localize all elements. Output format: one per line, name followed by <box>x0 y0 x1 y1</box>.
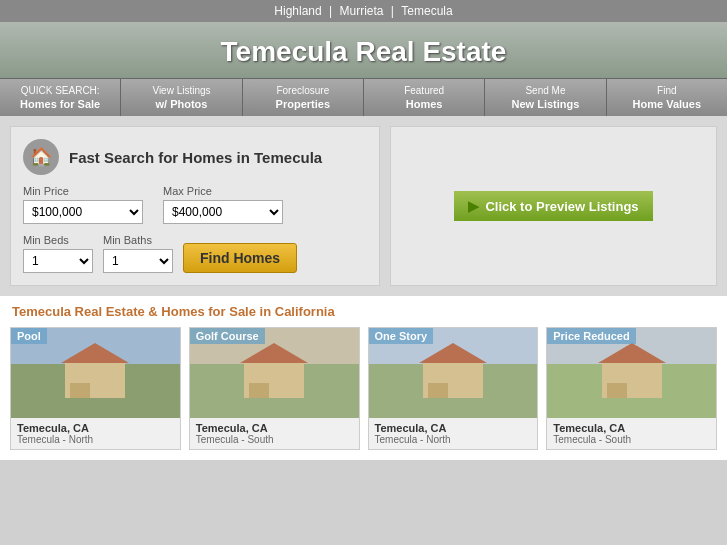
tab-foreclosure-top: Foreclosure <box>247 84 359 97</box>
house-roof-3 <box>598 343 666 363</box>
tab-view-listings[interactable]: View Listings w/ Photos <box>121 79 242 116</box>
preview-panel: Click to Preview Listings <box>390 126 717 286</box>
beds-baths-fields: Min Beds 1 2 3 4 Min Baths 1 2 3 4 Find … <box>23 234 367 273</box>
tab-quick-search-bottom: Homes for Sale <box>4 97 116 111</box>
tab-featured-bottom: Homes <box>368 97 480 111</box>
main-content: 🏠 Fast Search for Homes in Temecula Min … <box>0 116 727 296</box>
card-info-1: Temecula, CA Temecula - South <box>190 418 359 449</box>
nav-separator-2: | <box>391 4 397 18</box>
tab-send-me[interactable]: Send Me New Listings <box>485 79 606 116</box>
house-body-3 <box>602 363 662 398</box>
card-info-2: Temecula, CA Temecula - North <box>369 418 538 449</box>
top-navigation: Highland | Murrieta | Temecula <box>0 0 727 22</box>
listings-grid: Pool Temecula, CA Temecula - North Golf … <box>10 327 717 450</box>
price-fields: Min Price $50,000 $100,000 $150,000 $200… <box>23 185 367 224</box>
house-shape-1 <box>240 343 308 398</box>
card-city-3: Temecula, CA <box>553 422 710 434</box>
listings-title: Temecula Real Estate & Homes for Sale in… <box>10 304 717 319</box>
tab-view-listings-bottom: w/ Photos <box>125 97 237 111</box>
tab-find-values[interactable]: Find Home Values <box>607 79 727 116</box>
card-image-wrapper-2: One Story <box>369 328 538 418</box>
tab-quick-search[interactable]: QUICK SEARCH: Homes for Sale <box>0 79 121 116</box>
card-badge-0: Pool <box>11 328 47 344</box>
house-garage-2 <box>428 383 448 398</box>
listing-card-2[interactable]: One Story Temecula, CA Temecula - North <box>368 327 539 450</box>
max-price-select[interactable]: $200,000 $300,000 $400,000 $500,000 <box>163 200 283 224</box>
card-region-1: Temecula - South <box>196 434 353 445</box>
house-shape-0 <box>61 343 129 398</box>
card-region-0: Temecula - North <box>17 434 174 445</box>
nav-separator-1: | <box>329 4 335 18</box>
min-beds-select[interactable]: 1 2 3 4 <box>23 249 93 273</box>
card-info-3: Temecula, CA Temecula - South <box>547 418 716 449</box>
site-header: Temecula Real Estate <box>0 22 727 78</box>
house-body-2 <box>423 363 483 398</box>
listing-card-3[interactable]: Price Reduced Temecula, CA Temecula - So… <box>546 327 717 450</box>
card-city-1: Temecula, CA <box>196 422 353 434</box>
house-garage-3 <box>607 383 627 398</box>
main-navigation: QUICK SEARCH: Homes for Sale View Listin… <box>0 78 727 116</box>
house-roof-1 <box>240 343 308 363</box>
find-homes-button[interactable]: Find Homes <box>183 243 297 273</box>
search-header: 🏠 Fast Search for Homes in Temecula <box>23 139 367 175</box>
tab-featured[interactable]: Featured Homes <box>364 79 485 116</box>
min-baths-group: Min Baths 1 2 3 4 <box>103 234 173 273</box>
min-beds-group: Min Beds 1 2 3 4 <box>23 234 93 273</box>
card-region-3: Temecula - South <box>553 434 710 445</box>
min-price-group: Min Price $50,000 $100,000 $150,000 $200… <box>23 185 143 224</box>
tab-send-me-bottom: New Listings <box>489 97 601 111</box>
card-image-wrapper-0: Pool <box>11 328 180 418</box>
card-badge-2: One Story <box>369 328 434 344</box>
max-price-label: Max Price <box>163 185 283 197</box>
house-shape-2 <box>419 343 487 398</box>
card-badge-1: Golf Course <box>190 328 265 344</box>
tab-view-listings-top: View Listings <box>125 84 237 97</box>
card-badge-3: Price Reduced <box>547 328 635 344</box>
card-city-0: Temecula, CA <box>17 422 174 434</box>
tab-foreclosure-bottom: Properties <box>247 97 359 111</box>
search-icon: 🏠 <box>23 139 59 175</box>
card-image-wrapper-3: Price Reduced <box>547 328 716 418</box>
listings-section: Temecula Real Estate & Homes for Sale in… <box>0 296 727 460</box>
site-title: Temecula Real Estate <box>0 36 727 68</box>
nav-link-temecula[interactable]: Temecula <box>401 4 452 18</box>
house-body-1 <box>244 363 304 398</box>
card-city-2: Temecula, CA <box>375 422 532 434</box>
min-price-label: Min Price <box>23 185 143 197</box>
tab-quick-search-top: QUICK SEARCH: <box>4 84 116 97</box>
tab-foreclosure[interactable]: Foreclosure Properties <box>243 79 364 116</box>
tab-find-values-top: Find <box>611 84 723 97</box>
nav-link-highland[interactable]: Highland <box>274 4 321 18</box>
search-title: Fast Search for Homes in Temecula <box>69 149 322 166</box>
card-region-2: Temecula - North <box>375 434 532 445</box>
min-baths-select[interactable]: 1 2 3 4 <box>103 249 173 273</box>
tab-featured-top: Featured <box>368 84 480 97</box>
tab-find-values-bottom: Home Values <box>611 97 723 111</box>
min-baths-label: Min Baths <box>103 234 173 246</box>
house-roof-0 <box>61 343 129 363</box>
min-beds-label: Min Beds <box>23 234 93 246</box>
min-price-select[interactable]: $50,000 $100,000 $150,000 $200,000 <box>23 200 143 224</box>
house-roof-2 <box>419 343 487 363</box>
max-price-group: Max Price $200,000 $300,000 $400,000 $50… <box>163 185 283 224</box>
preview-listings-button[interactable]: Click to Preview Listings <box>454 191 652 221</box>
card-info-0: Temecula, CA Temecula - North <box>11 418 180 449</box>
search-panel: 🏠 Fast Search for Homes in Temecula Min … <box>10 126 380 286</box>
listing-card-0[interactable]: Pool Temecula, CA Temecula - North <box>10 327 181 450</box>
listing-card-1[interactable]: Golf Course Temecula, CA Temecula - Sout… <box>189 327 360 450</box>
house-shape-3 <box>598 343 666 398</box>
nav-link-murrieta[interactable]: Murrieta <box>340 4 384 18</box>
house-garage-1 <box>249 383 269 398</box>
tab-send-me-top: Send Me <box>489 84 601 97</box>
card-image-wrapper-1: Golf Course <box>190 328 359 418</box>
house-garage-0 <box>70 383 90 398</box>
house-body-0 <box>65 363 125 398</box>
